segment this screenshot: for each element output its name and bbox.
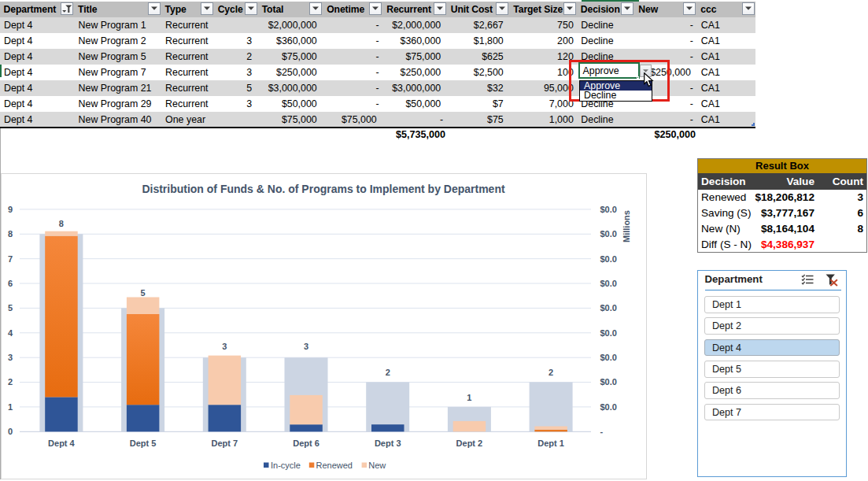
svg-text:2: 2	[8, 377, 13, 387]
svg-text:0: 0	[8, 427, 13, 436]
svg-text:Dept 1: Dept 1	[537, 438, 564, 448]
svg-text:$0.0: $0.0	[600, 402, 617, 412]
svg-text:2: 2	[549, 368, 553, 377]
svg-text:2: 2	[386, 368, 390, 377]
svg-text:3: 3	[304, 342, 308, 351]
svg-text:$0.0: $0.0	[600, 377, 617, 387]
svg-text:3: 3	[8, 353, 13, 362]
svg-text:$0.0: $0.0	[600, 279, 617, 288]
svg-text:4: 4	[8, 328, 13, 338]
svg-text:Dept 6: Dept 6	[293, 438, 319, 448]
svg-text:Dept 5: Dept 5	[130, 438, 157, 448]
svg-text:$0.0: $0.0	[600, 229, 617, 239]
svg-text:$0.0: $0.0	[600, 205, 617, 214]
svg-text:Dept 7: Dept 7	[211, 438, 238, 448]
svg-text:New: New	[368, 461, 386, 470]
svg-text:$0.0: $0.0	[600, 254, 617, 264]
svg-text:Distribution of Funds & No. of: Distribution of Funds & No. of Programs …	[142, 183, 505, 195]
svg-text:$0.0: $0.0	[600, 303, 617, 313]
svg-text:Dept 2: Dept 2	[456, 438, 483, 448]
svg-text:-: -	[600, 427, 604, 436]
svg-text:5: 5	[8, 303, 13, 313]
svg-text:8: 8	[59, 219, 64, 228]
svg-text:Renewed: Renewed	[316, 461, 353, 470]
svg-text:1: 1	[467, 393, 471, 402]
svg-text:8: 8	[8, 229, 13, 239]
svg-text:5: 5	[141, 288, 146, 298]
svg-text:Dept 4: Dept 4	[48, 438, 76, 448]
svg-text:Dept 3: Dept 3	[375, 438, 401, 448]
svg-text:3: 3	[222, 342, 227, 351]
svg-text:9: 9	[8, 205, 13, 214]
svg-text:$0.0: $0.0	[600, 328, 617, 338]
svg-text:6: 6	[8, 279, 13, 288]
svg-text:7: 7	[8, 254, 13, 264]
svg-text:$0.0: $0.0	[600, 353, 617, 362]
svg-text:Millions: Millions	[622, 210, 631, 242]
svg-text:In-cycle: In-cycle	[271, 461, 301, 470]
svg-text:1: 1	[8, 402, 13, 412]
